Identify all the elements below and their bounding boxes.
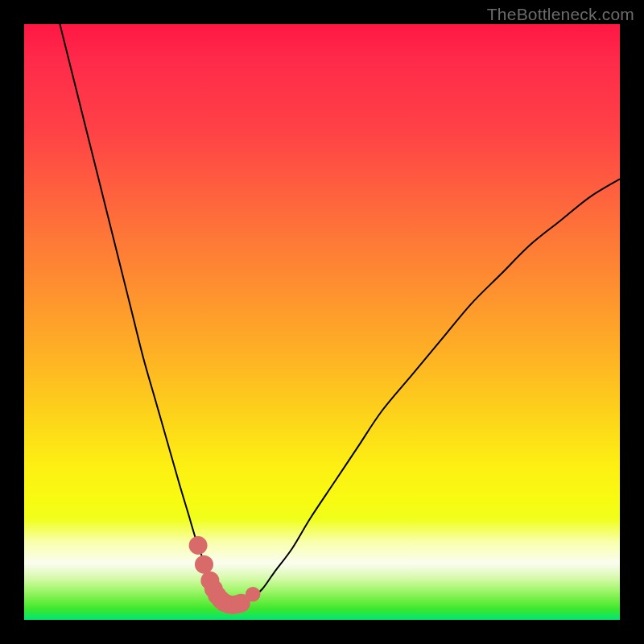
bottleneck-curve: [60, 24, 620, 606]
highlight-marker: [246, 587, 261, 602]
plot-area: [24, 24, 620, 620]
curve-overlay: [24, 24, 620, 620]
highlight-marker: [189, 536, 208, 555]
chart-frame: TheBottleneck.com: [0, 0, 644, 644]
watermark-text: TheBottleneck.com: [487, 5, 634, 24]
highlight-marker: [195, 555, 213, 574]
